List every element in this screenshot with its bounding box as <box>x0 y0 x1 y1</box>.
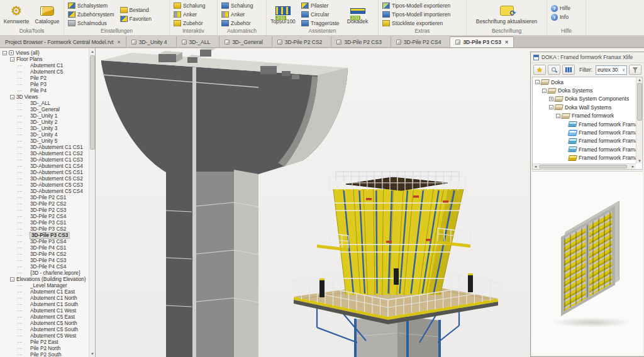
tree-item[interactable]: _Level Manager <box>0 282 89 288</box>
schalsystem-button[interactable]: Schalsystem <box>66 1 116 10</box>
tree-item[interactable]: 3D-Abutement C1 CS4 <box>0 163 89 169</box>
project-browser-tab[interactable]: Project Browser - Formwork Central Model… <box>0 36 126 47</box>
tipos-export-button[interactable]: Tipos-Modell exportieren <box>380 1 452 10</box>
tree-item[interactable]: Pile P2 <box>0 75 89 81</box>
tree-item[interactable]: 3D-Abutement C1 CS2 <box>0 150 89 157</box>
doka-tree-item[interactable]: Doka Systems <box>533 86 636 94</box>
tree-item[interactable]: 3D-_ALL <box>0 100 89 106</box>
tree-item[interactable]: 3D-Pile P2 CS2 <box>0 200 89 207</box>
doka-tree-item[interactable]: Doka Wall Systems <box>533 103 636 111</box>
tree-item[interactable]: 3D-Pile P3 CS4 <box>0 238 89 244</box>
catalogue-button[interactable]: Catalogue <box>33 1 62 25</box>
view-tab[interactable]: 3D-_Unity 4 <box>126 36 177 47</box>
tree-item[interactable]: Abutement C5 West <box>0 332 89 339</box>
tree-item[interactable]: 3D-_Unity 4 <box>0 131 89 138</box>
tree-item[interactable]: Pile P3 <box>0 81 89 87</box>
interaktiv-anker-button[interactable]: Anker <box>172 10 207 19</box>
tree-item[interactable]: Pile P2 North <box>0 345 89 351</box>
dokadek-button[interactable]: 2/33 Dokadek <box>343 1 372 25</box>
tree-item[interactable]: Abutement C1 East <box>0 288 89 295</box>
scroll-left-icon[interactable]: ◄ <box>533 164 538 169</box>
tree-item[interactable]: 3D-Abutement C5 CS3 <box>0 182 89 188</box>
hilfe-button[interactable]: ?Hilfe <box>549 4 572 13</box>
tree-item[interactable]: Abutement C5 <box>0 69 89 75</box>
scroll-right-icon[interactable]: ► <box>630 164 636 169</box>
tree-item[interactable]: 3D-Pile P2 CS3 <box>0 207 89 213</box>
view-tab[interactable]: 3D-Pile P2 CS2 <box>272 36 332 47</box>
tree-item[interactable]: 3D-Pile P4 CS4 <box>0 263 89 270</box>
tree-item[interactable]: Abutement C1 South <box>0 301 89 307</box>
doka-tree-hscrollbar[interactable]: ◄ ► <box>533 163 636 169</box>
doka-tree-item[interactable]: Doka <box>533 78 636 86</box>
interaktiv-schalung-button[interactable]: Schalung <box>172 1 207 10</box>
tree-item[interactable]: Abutement C1 <box>0 62 89 69</box>
search-button[interactable] <box>548 65 560 75</box>
expand-toggle-icon[interactable] <box>10 277 14 282</box>
expand-toggle-icon[interactable] <box>535 80 540 84</box>
tree-item[interactable]: 3D-Pile P2 CS1 <box>0 194 89 200</box>
tree-item[interactable]: 3D-Abutement C5 CS2 <box>0 175 89 182</box>
tree-item[interactable]: 3D-Abutement C1 CS3 <box>0 157 89 163</box>
expand-toggle-icon[interactable] <box>10 57 14 62</box>
doka-tree-item[interactable]: Framed formwork Framax Xlife plus <box>533 120 636 128</box>
expand-toggle-icon[interactable] <box>3 51 7 55</box>
filter-button[interactable] <box>629 65 641 75</box>
view-tab[interactable]: 3D-Pile P2 CS4 <box>391 36 451 47</box>
expand-toggle-icon[interactable] <box>549 97 553 101</box>
tree-item[interactable]: Abutement C1 North <box>0 295 89 301</box>
automatisch-schalung-button[interactable]: Schalung <box>219 1 255 10</box>
tree-item[interactable]: Pile P4 <box>0 87 89 94</box>
expand-toggle-icon[interactable] <box>556 114 560 118</box>
project-browser-scrollbar[interactable]: ▲ ▼ <box>89 48 95 357</box>
tree-item[interactable]: 3D-Pile P3 CS1 <box>0 219 89 226</box>
close-icon[interactable]: × <box>116 39 120 45</box>
circular-button[interactable]: Circular <box>299 10 341 19</box>
doka-tree-item[interactable]: Framed formwork <box>533 112 636 120</box>
top50-button[interactable]: 2/33 Top50/100 <box>269 1 297 25</box>
tree-item[interactable]: 3D Views <box>0 94 89 100</box>
tree-item[interactable]: Pile P2 East <box>0 339 89 345</box>
tree-item[interactable]: 3D-_Unity 1 <box>0 113 89 119</box>
bestand-button[interactable]: Bestand <box>118 6 153 14</box>
tree-item[interactable]: Abutement C5 East <box>0 314 89 320</box>
traggerueste-button[interactable]: Traggerüste <box>299 19 341 28</box>
doka-tree-vscrollbar[interactable]: ▲ ▼ <box>636 77 642 163</box>
tree-item[interactable]: 3D-Pile P4 CS1 <box>0 244 89 251</box>
kennwerte-button[interactable]: ⚙ Kennwerte <box>2 1 31 25</box>
close-icon[interactable]: × <box>504 39 508 45</box>
panel-view-button[interactable] <box>562 65 575 75</box>
automatisch-anker-button[interactable]: Anker <box>219 10 255 19</box>
tree-item[interactable]: 3D-Pile P3 CS3 <box>0 232 89 238</box>
info-button[interactable]: iInfo <box>549 13 572 21</box>
doka-tree-item[interactable]: Framed formwork Framax Xlife 3.00m <box>533 137 636 145</box>
tree-item[interactable]: 3D-_Unity 3 <box>0 125 89 131</box>
tree-item[interactable]: Abutement C1 West <box>0 307 89 314</box>
schalmodus-button[interactable]: Schalmodus <box>66 19 116 28</box>
scroll-up-icon[interactable]: ▲ <box>637 77 642 82</box>
view-tab[interactable]: 3D-_ALL <box>177 36 220 47</box>
automatisch-zubehoer-button[interactable]: Zubehör <box>219 19 255 28</box>
tree-item[interactable]: 3D-Pile P4 CS3 <box>0 257 89 263</box>
tree-item[interactable]: Views (all) <box>0 50 89 56</box>
pilaster-button[interactable]: Pilaster <box>299 1 341 10</box>
view-tab[interactable]: 3D-Pile P3 CS3 × <box>450 36 514 47</box>
doka-panel-titlebar[interactable]: DOKA : Framed formwork Framax Xlife <box>531 52 644 63</box>
view-tab[interactable]: 3D-Pile P2 CS3 <box>331 36 391 47</box>
expand-toggle-icon[interactable] <box>542 89 547 93</box>
tree-item[interactable]: 3D-Abutement C1 CS1 <box>0 144 89 150</box>
expand-toggle-icon[interactable] <box>10 95 14 99</box>
tree-item[interactable]: Floor Plans <box>0 56 89 62</box>
scroll-down-icon[interactable]: ▼ <box>637 158 642 163</box>
tree-item[interactable]: {3D - charlene.lepore} <box>0 270 89 276</box>
beschriftung-aktualisieren-button[interactable]: Beschriftung aktualisieren <box>470 1 544 25</box>
tree-item[interactable]: Abutement C5 North <box>0 320 89 326</box>
tree-item[interactable]: Abutement C5 South <box>0 326 89 332</box>
tree-item[interactable]: 3D-_Unity 2 <box>0 119 89 125</box>
stueckliste-export-button[interactable]: Stückliste exportieren <box>380 19 452 28</box>
zubehoersystem-button[interactable]: Zubehörsystem <box>66 10 116 19</box>
expand-toggle-icon[interactable] <box>549 105 553 109</box>
scroll-up-icon[interactable]: ▲ <box>90 49 95 54</box>
interaktiv-zubehoer-button[interactable]: Zubehör <box>172 19 207 28</box>
tree-item[interactable]: 3D-Abutement C5 CS1 <box>0 169 89 175</box>
tree-item[interactable]: 3D-Pile P4 CS2 <box>0 251 89 257</box>
